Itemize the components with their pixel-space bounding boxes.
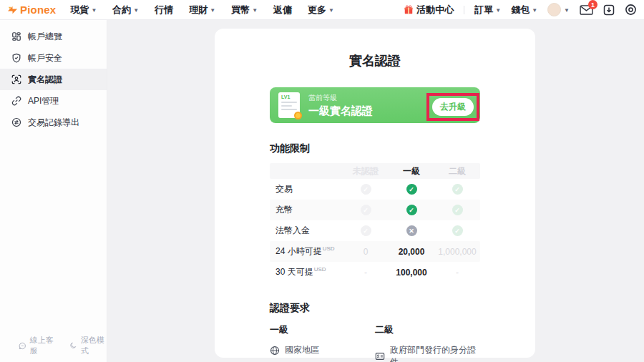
- requirements-level1: 一級 國家地區: [270, 323, 375, 362]
- sidebar-item-identity-verification[interactable]: 實名認證: [0, 69, 107, 90]
- dashboard-icon: [11, 31, 21, 41]
- notification-badge: 1: [588, 0, 597, 9]
- column-level1: 一級: [389, 165, 434, 177]
- activity-center-link[interactable]: 活動中心: [404, 4, 454, 16]
- main-area: 實名認證 LV1 當前等級 一級實名認證 去升級 功: [108, 20, 644, 362]
- chevron-down-icon: ▼: [495, 7, 501, 14]
- id-card-icon: [375, 351, 385, 361]
- online-support-link[interactable]: 線上客服: [19, 335, 56, 356]
- pionex-logo[interactable]: Pionex: [7, 4, 56, 16]
- chevron-down-icon: ▼: [210, 7, 215, 14]
- lv1-certificate-icon: LV1: [278, 92, 300, 118]
- chevron-down-icon: ▼: [564, 7, 570, 14]
- sidebar-item-label: 交易記錄導出: [28, 117, 79, 129]
- globe-icon: [270, 346, 280, 356]
- usd-unit: USD: [323, 245, 335, 252]
- sidebar-item-label: 帳戶安全: [28, 52, 62, 64]
- nav-buy-crypto[interactable]: 買幣▼: [231, 4, 258, 16]
- check-icon: [452, 184, 463, 195]
- sidebar-item-label: 實名認證: [28, 74, 62, 86]
- gear-icon: [625, 4, 637, 16]
- table-row-deposit: 充幣: [270, 200, 480, 220]
- account-menu[interactable]: ▼: [547, 3, 570, 16]
- cross-icon: [406, 225, 417, 236]
- sidebar-item-overview[interactable]: 帳戶總覽: [0, 26, 107, 47]
- orders-menu[interactable]: 訂單▼: [474, 4, 501, 16]
- shield-icon: [11, 53, 21, 63]
- navbar-right: 活動中心 訂單▼ 錢包▼ ▼ 1: [404, 3, 637, 16]
- requirements-level2: 二級 政府部門發行的身分證件: [375, 323, 480, 362]
- requirements-grid: 一級 國家地區: [270, 323, 480, 362]
- avatar: [547, 3, 561, 16]
- level2-title: 二級: [375, 323, 480, 336]
- level1-title: 一級: [270, 323, 375, 336]
- check-icon: [452, 205, 463, 215]
- check-icon: [406, 205, 417, 215]
- face-id-icon: [11, 74, 21, 84]
- nav-earn[interactable]: 理財▼: [189, 4, 215, 16]
- page-title: 實名認證: [270, 52, 480, 69]
- requirements-heading: 認證要求: [270, 302, 480, 315]
- nav-spot[interactable]: 現貨▼: [70, 4, 97, 16]
- sidebar-item-export-records[interactable]: 交易記錄導出: [0, 112, 107, 133]
- api-link-icon: [11, 96, 21, 106]
- limits-table: 未認證 一級 二級 交易 充幣 法幣入金: [270, 163, 480, 283]
- current-level-name: 一級實名認證: [308, 104, 373, 118]
- usd-unit: USD: [314, 266, 326, 273]
- notifications-button[interactable]: 1: [580, 4, 593, 15]
- sidebar-item-label: 帳戶總覽: [28, 31, 62, 43]
- gift-icon: [404, 5, 414, 15]
- lv1-badge: LV1: [281, 94, 297, 99]
- download-icon: [603, 4, 615, 16]
- upgrade-button[interactable]: 去升級: [432, 98, 474, 116]
- limits-header-row: 未認證 一級 二級: [270, 163, 480, 179]
- chat-icon: [19, 341, 26, 351]
- nav-markets[interactable]: 行情: [155, 4, 173, 16]
- chevron-down-icon: ▼: [532, 7, 537, 14]
- chevron-down-icon: ▼: [328, 7, 334, 14]
- sidebar-item-api-management[interactable]: API管理: [0, 90, 107, 112]
- medal-icon: [294, 112, 302, 119]
- column-level2: 二級: [434, 165, 480, 177]
- level-banner: LV1 當前等級 一級實名認證 去升級: [270, 87, 480, 123]
- check-icon: [361, 184, 371, 195]
- table-row-30d-withdrawal: 30 天可提USD - 100,000 -: [270, 262, 480, 283]
- annotation-highlight-box: 去升級: [426, 93, 479, 121]
- nav-divider: [464, 6, 464, 14]
- nav-rebate[interactable]: 返傭: [273, 4, 292, 16]
- top-navbar: Pionex 現貨▼ 合約▼ 行情 理財▼ 買幣▼ 返傭 更多▼ 活動中心 訂單…: [0, 0, 644, 20]
- chevron-down-icon: ▼: [133, 7, 139, 14]
- requirement-country: 國家地區: [270, 344, 375, 356]
- check-icon: [406, 184, 417, 195]
- account-sidebar: 帳戶總覽 帳戶安全 實名認證 API管理 交易記錄導出: [0, 20, 107, 362]
- table-row-fiat-deposit: 法幣入金: [270, 220, 480, 241]
- check-icon: [452, 225, 463, 236]
- chevron-down-icon: ▼: [252, 7, 258, 14]
- requirement-government-id: 政府部門發行的身分證件: [375, 344, 480, 362]
- current-level-label: 當前等級: [308, 93, 373, 103]
- chevron-down-icon: ▼: [91, 7, 97, 14]
- sidebar-item-security[interactable]: 帳戶安全: [0, 47, 107, 69]
- table-row-trading: 交易: [270, 179, 480, 200]
- primary-nav: 現貨▼ 合約▼ 行情 理財▼ 買幣▼ 返傭 更多▼: [70, 4, 334, 16]
- limits-heading: 功能限制: [270, 142, 480, 155]
- nav-more[interactable]: 更多▼: [308, 4, 334, 16]
- check-icon: [361, 225, 371, 236]
- moon-icon: [70, 341, 77, 350]
- sidebar-footer: 線上客服 深色模式: [19, 335, 107, 356]
- pionex-logo-text: Pionex: [20, 4, 56, 16]
- wallet-menu[interactable]: 錢包▼: [511, 4, 537, 16]
- check-icon: [361, 205, 371, 215]
- verification-card: 實名認證 LV1 當前等級 一級實名認證 去升級 功: [215, 29, 535, 358]
- sidebar-item-label: API管理: [28, 95, 59, 107]
- export-icon: [11, 117, 21, 127]
- table-row-24h-withdrawal: 24 小時可提USD 0 20,000 1,000,000: [270, 241, 480, 262]
- settings-button[interactable]: [625, 4, 637, 16]
- dark-mode-toggle[interactable]: 深色模式: [70, 335, 107, 356]
- column-unverified: 未認證: [343, 165, 389, 177]
- download-app-button[interactable]: [603, 4, 615, 16]
- pionex-logo-icon: [7, 4, 18, 15]
- nav-futures[interactable]: 合約▼: [112, 4, 139, 16]
